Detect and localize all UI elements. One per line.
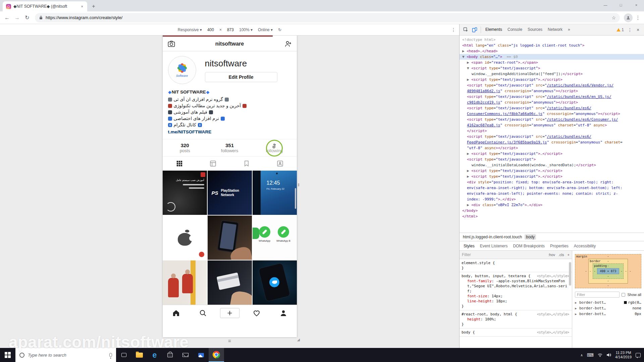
toggle-device-toolbar-icon[interactable] [470, 25, 479, 34]
profile-avatar-icon[interactable] [624, 13, 633, 22]
dom-tree-line[interactable]: ▶ <span id="react-root">…</span> [460, 60, 644, 65]
post-thumbnail-playstation-network[interactable]: PS PlayStationNetwork [208, 171, 252, 215]
computed-property-row[interactable]: ▶border-bott…0px [575, 311, 641, 317]
tab-sources[interactable]: Sources [525, 24, 545, 35]
tagged-tab[interactable] [263, 160, 297, 167]
saved-tab[interactable] [230, 160, 263, 167]
activity-heart-icon[interactable] [243, 309, 270, 317]
viewport-resize-handle-corner[interactable]: ◢ [297, 338, 300, 342]
post-thumbnail-whatsapp[interactable]: WhatsApp WhatsApp B [253, 216, 297, 260]
tab-close-icon[interactable]: × [80, 4, 84, 8]
dom-tree-line[interactable]: ▼ <body class="…"> == $0 [460, 54, 644, 60]
css-rule[interactable]: #react-root, body, html {<style>…</style… [460, 310, 572, 328]
post-thumbnail-kali-tutorial[interactable]: آموزش نصب سیستم عامل [163, 171, 207, 215]
taskbar-search-input[interactable]: Type here to search [15, 348, 116, 362]
new-style-rule-icon[interactable]: + [568, 253, 570, 257]
device-toolbar-menu-icon[interactable]: ⋮ [451, 27, 456, 33]
volume-icon[interactable] [606, 353, 611, 357]
dom-tree-line[interactable]: </html> [460, 214, 644, 219]
more-tabs-icon[interactable]: » [565, 24, 573, 35]
viewport-resize-handle-bottom[interactable]: ≡ [228, 339, 231, 343]
dom-tree-line[interactable]: <script type="text/javascript" src="/sta… [460, 94, 644, 100]
file-explorer-icon[interactable] [131, 348, 147, 362]
edit-profile-button[interactable]: Edit Profile [205, 72, 277, 82]
dom-tree-line[interactable]: <script type="text/javascript" src="/sta… [460, 82, 644, 88]
post-thumbnail-samsung-lockscreen[interactable]: 12:45 Fri, February 22 [253, 171, 297, 215]
dom-tree-line[interactable]: ▶ <script type="text/javascript">…</scri… [460, 151, 644, 157]
rotate-viewport-icon[interactable]: ↻ [278, 27, 281, 32]
devtools-close-icon[interactable]: × [634, 27, 642, 33]
dom-tree-line[interactable]: window.__pendingAdditionalData(["feed"])… [460, 71, 644, 77]
dom-tree-line[interactable]: c981db2ccd19.js" crossorigin="anonymous"… [460, 100, 644, 105]
devtools-menu-icon[interactable]: ⋮ [626, 27, 634, 33]
dom-tree-line[interactable]: 4890481a86d2.js" crossorigin="anonymous"… [460, 88, 644, 94]
dom-tree-line[interactable]: </script> [460, 128, 644, 134]
tab-network[interactable]: Network [545, 24, 565, 35]
dom-tree-line[interactable]: <script type="text/javascript" src="/sta… [460, 117, 644, 122]
dom-tree-line[interactable]: ▶ <script type="text/javascript">…</scri… [460, 174, 644, 179]
window-maximize-button[interactable]: □ [613, 0, 629, 10]
browser-menu-icon[interactable]: ⋮ [634, 13, 642, 22]
browser-tab[interactable]: ◆NIT SOFTWARE◆ (@nitsoft × [3, 1, 87, 11]
stat-followers[interactable]: 351 followers [207, 142, 252, 153]
dom-tree-line[interactable]: <html lang="en" class="js logged-in clie… [460, 43, 644, 48]
camera-icon[interactable] [167, 40, 175, 48]
dom-tree-line[interactable]: window.__initialDataLoaded(window._share… [460, 162, 644, 168]
tab-accessibility[interactable]: Accessibility [571, 241, 598, 251]
photos-icon[interactable] [193, 348, 209, 362]
styles-filter-input[interactable]: Filter [462, 252, 545, 257]
new-post-icon[interactable] [216, 308, 243, 318]
dom-tree-line[interactable]: ▶ <head>…</head> [460, 48, 644, 54]
dom-tree-line[interactable]: <script type="text/javascript"> [460, 157, 644, 162]
profile-icon[interactable] [270, 309, 297, 317]
url-text[interactable]: https://www.instagram.com/create/style/ [46, 15, 609, 20]
post-thumbnail-apple-logo[interactable] [163, 216, 207, 260]
start-button[interactable] [0, 348, 15, 362]
dom-tree-line[interactable]: 4162ac687ea8.js" crossorigin="anonymous"… [460, 122, 644, 128]
home-icon[interactable] [163, 309, 190, 317]
device-mode-dropdown[interactable]: Responsive ▾ [178, 27, 202, 32]
post-thumbnail-red-crescent[interactable] [163, 260, 207, 305]
stat-posts[interactable]: 320 posts [163, 142, 207, 153]
dom-tree-line[interactable]: FeedPageContainer.js/3f685bae9a19.js" cr… [460, 139, 644, 145]
box-model-border[interactable]: border- - padding- - 400 × 873 [588, 259, 628, 284]
edge-icon[interactable]: e [147, 348, 162, 362]
styles-scrollbar[interactable] [569, 262, 571, 286]
css-property[interactable]: height: 100%; [462, 317, 570, 322]
telegram-link[interactable]: t.me/NITSOFTWARE [168, 129, 291, 135]
discover-people-icon[interactable] [284, 40, 292, 48]
computed-filter-input[interactable]: Filter [575, 292, 620, 298]
dom-tree-line[interactable]: index: -9999;">…</div> [460, 196, 644, 202]
tab-properties[interactable]: Properties [547, 241, 571, 251]
show-all-checkbox[interactable] [622, 293, 625, 297]
grid-view-tab[interactable] [163, 160, 196, 167]
network-icon[interactable] [598, 353, 602, 357]
tab-elements[interactable]: Elements [483, 24, 505, 35]
throttling-dropdown[interactable]: Online ▾ [258, 27, 273, 32]
reload-icon[interactable]: ↻ [22, 13, 32, 23]
post-thumbnail-twitter-phone[interactable] [253, 260, 297, 305]
address-bar[interactable]: https://www.instagram.com/create/style/ … [35, 13, 620, 22]
touch-keyboard-icon[interactable]: ⌨ [587, 352, 594, 358]
dom-tree-line[interactable]: <script type="text/javascript" src="/sta… [460, 105, 644, 111]
tab-styles[interactable]: Styles [461, 241, 477, 251]
class-toggle[interactable]: .cls [558, 253, 564, 257]
css-rule[interactable]: body {<style>…</style> [460, 328, 572, 337]
dom-tree-line[interactable]: env(safe-area-inset-left); pointer-event… [460, 191, 644, 196]
viewport-resize-handle-right[interactable]: ‖ [298, 182, 300, 187]
dom-tree-line[interactable]: ▶ <div class="oBPxI Z2m7o">…</div> [460, 202, 644, 208]
post-thumbnail-hand-holding-phone[interactable] [208, 216, 252, 260]
search-icon[interactable] [190, 309, 216, 317]
feed-view-tab[interactable] [196, 160, 230, 167]
device-height-input[interactable]: 873 [227, 27, 234, 32]
css-property[interactable]: font-family: -apple-system,BlinkMacSyste… [462, 279, 570, 294]
dom-tree-line[interactable]: ConsumerCommons.js/f8bb7a66a06c.js" cros… [460, 111, 644, 117]
hover-toggle[interactable]: :hov [548, 253, 555, 257]
computed-property-row[interactable]: ▶border-bott…none [575, 305, 641, 311]
warning-badge[interactable]: 1 [614, 27, 626, 32]
device-width-input[interactable]: 400 [207, 27, 214, 32]
dom-tree-line[interactable]: <!doctype html> [460, 37, 644, 43]
dom-tree-line[interactable]: ▼ <script type="text/javascript"> [460, 65, 644, 71]
store-icon[interactable] [162, 348, 178, 362]
back-icon[interactable]: ← [2, 13, 12, 23]
